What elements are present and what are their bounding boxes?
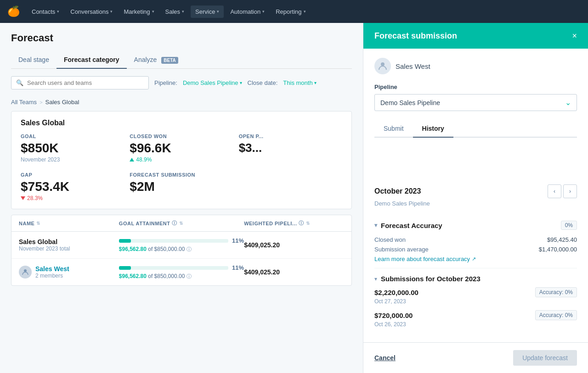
metric-goal: GOAL $850K November 2023 (21, 134, 124, 167)
sort-icon[interactable]: ⇅ (36, 221, 40, 226)
team-row: Sales West (374, 58, 577, 74)
goal-bar-background (119, 239, 228, 243)
accuracy-rows: Closed won $95,425.40 Submission average… (374, 236, 577, 268)
chevron-down-icon: ▾ (262, 9, 265, 14)
sort-icon[interactable]: ⇅ (179, 221, 183, 226)
breadcrumb-all-teams[interactable]: All Teams (11, 99, 37, 106)
tab-deal-stage[interactable]: Deal stage (11, 51, 57, 69)
panel-title: Forecast submission (374, 31, 457, 41)
prev-month-button[interactable]: ‹ (548, 184, 561, 198)
tab-history[interactable]: History (413, 120, 453, 138)
forecast-accuracy-section: ▾ Forecast Accuracy 0% Closed won $95,42… (374, 214, 577, 268)
tab-forecast-category[interactable]: Forecast category (57, 51, 127, 69)
cancel-button[interactable]: Cancel (374, 354, 396, 362)
row-name-info: Sales West 2 members (35, 265, 69, 279)
svg-point-0 (24, 269, 27, 272)
submissions-section: ▾ Submissions for October 2023 $2,220,00… (374, 268, 577, 328)
row-weighted: $409,025.20 (244, 241, 344, 249)
goal-bar-fill (119, 266, 131, 270)
info-icon[interactable]: ⓘ (187, 246, 192, 252)
month-nav-buttons: ‹ › (548, 184, 577, 198)
top-navigation: 🍊 Contacts ▾ Conversations ▾ Marketing ▾… (0, 0, 588, 23)
chevron-down-icon: ▾ (240, 80, 242, 85)
svg-point-1 (381, 62, 384, 66)
chevron-down-icon: ▾ (374, 222, 377, 228)
accuracy-row: Closed won $95,425.40 (374, 236, 577, 243)
row-name-info: Sales Global November 2023 total (19, 238, 70, 252)
update-forecast-button[interactable]: Update forecast (513, 350, 577, 366)
accuracy-row: Submission average $1,470,000.00 (374, 246, 577, 253)
nav-conversations[interactable]: Conversations ▾ (66, 6, 117, 18)
forecast-table: NAME ⇅ GOAL ATTAINMENT ⓘ ⇅ WEIGHTED PIPE… (11, 215, 352, 286)
tab-submit[interactable]: Submit (374, 120, 413, 138)
breadcrumb: All Teams > Sales Global (0, 97, 363, 111)
row-weighted: $409,025.20 (244, 268, 344, 276)
chevron-down-icon: ▾ (304, 9, 306, 14)
pipeline-select[interactable]: Demo Sales Pipeline ⌄ (374, 94, 577, 111)
trend-up-icon (130, 158, 134, 161)
beta-badge: BETA (161, 57, 178, 64)
filters-bar: 🔍 Pipeline: Demo Sales Pipeline ▾ Close … (0, 69, 363, 97)
metric-gap: GAP $753.4K 28.3% (21, 172, 124, 201)
row-name-cell: Sales Global November 2023 total (19, 238, 119, 252)
row-goal-attainment: 11% $96,562.80 of $850,000.00 ⓘ (119, 237, 244, 253)
goal-amounts: $96,562.80 of $850,000.00 ⓘ (119, 246, 244, 253)
submission-item: $720,000.00 Accuracy: 0% Oct 26, 2023 (374, 310, 577, 328)
nav-marketing[interactable]: Marketing ▾ (119, 6, 158, 18)
col-goal-attainment: GOAL ATTAINMENT ⓘ ⇅ (119, 220, 244, 227)
main-area: Forecast Deal stage Forecast category An… (0, 23, 588, 373)
trend-down-icon (21, 196, 25, 200)
chevron-down-icon: ▾ (374, 276, 377, 282)
accuracy-header[interactable]: ▾ Forecast Accuracy 0% (374, 214, 577, 236)
info-icon[interactable]: ⓘ (187, 273, 192, 279)
pipeline-filter[interactable]: Demo Sales Pipeline ▾ (183, 79, 242, 86)
month-info: October 2023 (374, 187, 421, 195)
search-input[interactable] (27, 79, 144, 86)
chevron-down-icon: ▾ (152, 9, 154, 14)
pipeline-label-panel: Pipeline (374, 84, 577, 90)
metric-open-pipeline: OPEN P... $3... (239, 134, 342, 167)
search-icon: 🔍 (16, 79, 23, 86)
table-row: Sales West 2 members 11% $96,562.80 of (11, 259, 351, 285)
nav-sales[interactable]: Sales ▾ (161, 6, 189, 18)
panel-footer: Cancel Update forecast (363, 342, 588, 373)
month-nav: October 2023 ‹ › (374, 184, 577, 198)
info-icon[interactable]: ⓘ (172, 220, 177, 227)
submission-date: Oct 26, 2023 (374, 321, 577, 328)
team-avatar (374, 58, 391, 74)
search-box[interactable]: 🔍 (11, 76, 149, 89)
table-row: Sales Global November 2023 total 11% $96… (11, 232, 351, 259)
panel-header: Forecast submission × (363, 23, 588, 49)
close-panel-button[interactable]: × (572, 31, 577, 41)
close-date-filter[interactable]: This month ▾ (283, 79, 316, 86)
avatar (19, 266, 32, 278)
info-icon[interactable]: ⓘ (299, 220, 304, 227)
row-goal-attainment: 11% $96,562.80 of $850,000.00 ⓘ (119, 264, 244, 280)
nav-service[interactable]: Service ▾ (191, 6, 224, 18)
hubspot-logo: 🍊 (7, 6, 20, 17)
external-link-icon: ↗ (472, 256, 476, 262)
tab-analyze[interactable]: Analyze BETA (127, 51, 186, 69)
page-header: Forecast Deal stage Forecast category An… (0, 23, 363, 69)
chevron-down-icon: ▾ (57, 9, 59, 14)
submissions-header[interactable]: ▾ Submissions for October 2023 (374, 268, 577, 287)
learn-more-link[interactable]: Learn more about forecast accuracy ↗ (374, 256, 577, 262)
left-panel: Forecast Deal stage Forecast category An… (0, 23, 363, 373)
panel-body: Sales West Pipeline Demo Sales Pipeline … (363, 49, 588, 175)
submission-item: $2,220,000.00 Accuracy: 0% Oct 27, 2023 (374, 287, 577, 305)
card-sales-global-title: Sales Global (21, 119, 342, 127)
chevron-down-icon: ▾ (314, 80, 317, 85)
submission-date: Oct 27, 2023 (374, 298, 577, 305)
chevron-down-icon: ▾ (182, 9, 184, 14)
goal-bar-fill (119, 239, 131, 243)
nav-automation[interactable]: Automation ▾ (226, 6, 269, 18)
goal-bar-background (119, 266, 228, 270)
nav-reporting[interactable]: Reporting ▾ (271, 6, 310, 18)
month-pipeline: Demo Sales Pipeline (374, 200, 577, 207)
metric-forecast-submission: FORECAST SUBMISSION $2M (130, 172, 233, 201)
sort-icon[interactable]: ⇅ (306, 221, 310, 226)
chevron-down-icon: ▾ (110, 9, 113, 14)
next-month-button[interactable]: › (563, 184, 577, 198)
breadcrumb-current: Sales Global (45, 99, 79, 106)
nav-contacts[interactable]: Contacts ▾ (27, 6, 64, 18)
